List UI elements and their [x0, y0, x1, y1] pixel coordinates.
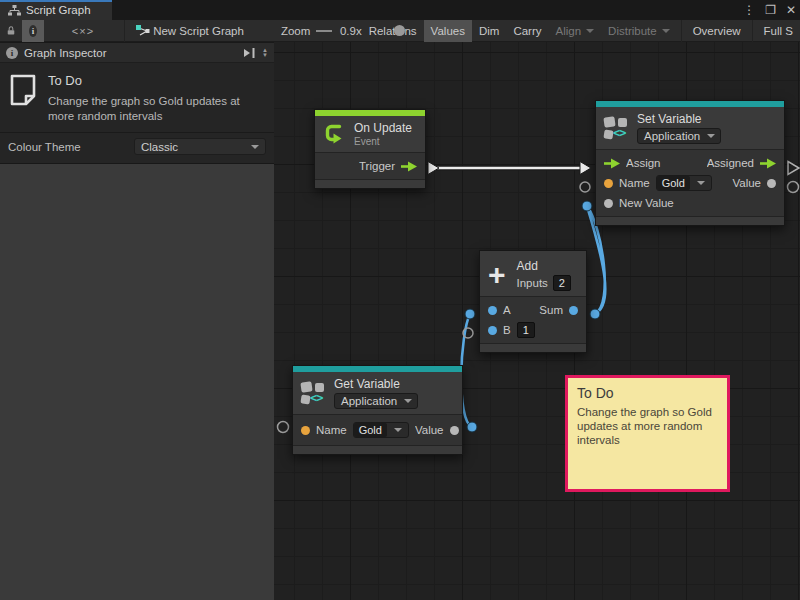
zoom-slider[interactable]	[316, 30, 332, 32]
align-label: Align	[556, 25, 582, 37]
edit-script-button[interactable]: <×>	[72, 20, 94, 42]
add-plus-icon: +	[488, 262, 506, 288]
zoom-label: Zoom	[281, 25, 310, 37]
name-port-label: Name	[316, 424, 347, 436]
b-port-label: B	[503, 324, 511, 336]
dock-panel-icon[interactable]	[243, 48, 256, 58]
b-port-dot[interactable]	[488, 326, 497, 335]
window-maximize-button[interactable]: ❐	[765, 0, 776, 20]
setvariable-name-port-empty[interactable]	[580, 182, 590, 192]
name-value-dropdown[interactable]: Gold	[353, 422, 409, 438]
zoom-slider-handle[interactable]	[394, 25, 405, 36]
inspector-todo-section: To Do Change the graph so Gold updates a…	[0, 63, 274, 133]
inputs-count-field[interactable]: 2	[553, 275, 571, 291]
assign-port-arrow-icon[interactable]	[604, 158, 620, 169]
value-port-dot[interactable]	[767, 179, 776, 188]
trigger-port-arrow-icon[interactable]	[401, 161, 417, 172]
lock-icon	[7, 24, 15, 37]
colour-theme-caret-icon	[251, 145, 259, 149]
exec-wire-end-arrow	[580, 162, 591, 175]
a-port-label: A	[503, 304, 511, 316]
window-menu-button[interactable]: ⋮	[743, 0, 755, 20]
name-port-dot[interactable]	[301, 426, 310, 435]
new-value-port-dot[interactable]	[604, 199, 613, 208]
carry-button[interactable]: Carry	[506, 20, 548, 42]
inspector-todo-description: Change the graph so Gold updates at more…	[48, 94, 266, 124]
value-port-label: Value	[732, 177, 761, 189]
window-close-button[interactable]: ✕	[786, 0, 796, 20]
setvariable-assigned-port-empty[interactable]	[788, 162, 799, 175]
align-button[interactable]: Align	[549, 20, 602, 42]
colour-theme-label: Colour Theme	[8, 141, 81, 153]
scope-caret-icon	[404, 399, 412, 403]
colour-theme-dropdown[interactable]: Classic	[134, 138, 266, 155]
add-sum-port-connected[interactable]	[590, 309, 600, 319]
on-update-loop-icon	[323, 122, 347, 146]
node-get-variable[interactable]: <> Get Variable Application Name Gold	[292, 365, 463, 455]
add-title: Add	[517, 259, 571, 273]
node-footer	[293, 445, 462, 454]
zoom-value: 0.9x	[340, 25, 362, 37]
fullscreen-button[interactable]: Full S	[757, 20, 800, 42]
distribute-caret-icon	[662, 29, 670, 33]
new-script-graph-button[interactable]: New Script Graph	[128, 20, 251, 42]
toolbar-separator	[681, 20, 682, 42]
sum-port-label: Sum	[539, 304, 563, 316]
distribute-button[interactable]: Distribute	[601, 20, 677, 42]
tab-script-graph[interactable]: Script Graph	[0, 0, 112, 20]
name-caret-icon	[697, 181, 705, 185]
get-variable-scope-dropdown[interactable]: Application	[334, 393, 418, 409]
set-variable-scope-dropdown[interactable]: Application	[637, 128, 721, 144]
node-set-variable[interactable]: <> Set Variable Application Assign	[595, 100, 785, 226]
name-value: Gold	[354, 423, 387, 437]
colour-theme-value: Classic	[141, 141, 178, 153]
b-value-field[interactable]: 1	[517, 322, 535, 338]
graph-inspector-header: i Graph Inspector ▲▼	[0, 43, 274, 63]
relations-button[interactable]: Relations	[362, 20, 424, 42]
new-script-graph-label: New Script Graph	[153, 25, 244, 37]
sticky-note[interactable]: To Do Change the graph so Gold updates a…	[565, 375, 730, 492]
assign-port-label: Assign	[626, 157, 661, 169]
colour-theme-row: Colour Theme Classic	[0, 133, 274, 164]
node-add[interactable]: + Add Inputs 2 A Sum	[479, 250, 587, 353]
sum-port-dot[interactable]	[569, 306, 578, 315]
value-port-dot[interactable]	[450, 426, 459, 435]
relations-label: Relations	[369, 25, 417, 37]
name-value-dropdown[interactable]: Gold	[656, 175, 712, 191]
scope-caret-icon	[707, 134, 715, 138]
get-variable-title: Get Variable	[334, 377, 418, 391]
add-a-port-connected[interactable]	[465, 309, 475, 319]
assigned-port-arrow-icon[interactable]	[760, 158, 776, 169]
script-graph-asset-icon	[135, 24, 150, 37]
scope-value: Application	[644, 130, 700, 142]
variables-icon: <>	[604, 117, 630, 140]
node-footer	[480, 343, 586, 352]
a-port-dot[interactable]	[488, 306, 497, 315]
setvariable-value-port-empty[interactable]	[788, 182, 799, 193]
node-footer	[315, 179, 425, 188]
values-button[interactable]: Values	[424, 20, 472, 42]
getvariable-value-port-connected[interactable]	[467, 422, 477, 432]
overview-label: Overview	[693, 25, 741, 37]
overview-button[interactable]: Overview	[686, 20, 748, 42]
distribute-label: Distribute	[608, 25, 657, 37]
getvariable-name-port-empty[interactable]	[278, 422, 289, 433]
values-label: Values	[431, 25, 465, 37]
script-graph-window: Script Graph ⋮ ❐ ✕ i <×> N	[0, 0, 800, 600]
graph-canvas[interactable]: On Update Event Trigger	[274, 42, 800, 600]
node-on-update[interactable]: On Update Event Trigger	[314, 109, 426, 189]
active-tab-accent	[0, 0, 112, 2]
dim-button[interactable]: Dim	[472, 20, 506, 42]
inspector-toggle-button[interactable]: i	[22, 20, 44, 42]
code-icon: <×>	[72, 25, 94, 37]
fullscreen-label: Full S	[764, 25, 793, 37]
setvariable-newvalue-port-connected[interactable]	[582, 201, 592, 211]
on-update-title: On Update	[354, 121, 412, 135]
graph-toolbar: i <×> New Script Graph Zoom 0.9x Relatio…	[0, 20, 800, 42]
lock-button[interactable]	[0, 20, 22, 42]
name-port-label: Name	[619, 177, 650, 189]
sticky-note-body: Change the graph so Gold updates at more…	[577, 405, 718, 447]
name-port-dot[interactable]	[604, 179, 613, 188]
panel-scroll-arrows[interactable]: ▲▼	[262, 48, 268, 58]
inspector-todo-title: To Do	[48, 73, 266, 88]
